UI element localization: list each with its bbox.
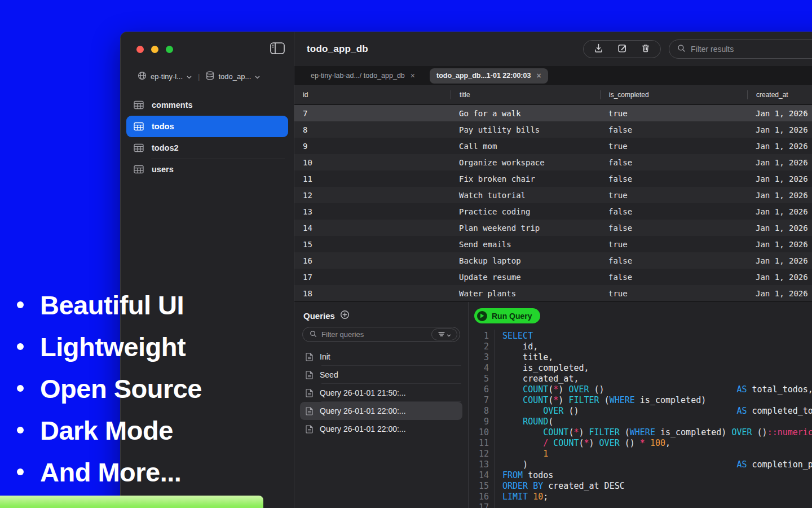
run-query-button[interactable]: Run Query [474, 308, 540, 323]
token: * [553, 384, 558, 395]
queries-title: Queries [303, 311, 335, 321]
token: AS [736, 384, 747, 395]
code-line [502, 502, 812, 508]
bullet-text: Lightweight [40, 331, 186, 362]
query-name: Init [320, 352, 330, 361]
tab-0[interactable]: ep-tiny-lab-ad.../ todo_app_db× [304, 68, 422, 84]
token: * [553, 395, 558, 405]
token: id, [502, 341, 538, 352]
table-row[interactable]: 12Watch tutorialtrueJan 1, 2026 [294, 187, 812, 203]
line-numbers: 1234567891011121314151617 [469, 330, 495, 508]
table-row[interactable]: 18Water plantstrueJan 1, 2026 [294, 285, 812, 301]
token: ) [558, 395, 568, 405]
minimize-window-button[interactable] [151, 46, 158, 53]
document-icon [306, 371, 313, 379]
close-window-button[interactable] [136, 46, 144, 53]
token: 10 [533, 492, 543, 502]
sidebar-item-users[interactable]: users [126, 159, 288, 180]
cell-title: Go for a walk [451, 109, 600, 118]
token: 1 [543, 449, 548, 459]
sql-code-area[interactable]: 1234567891011121314151617 SELECT id, tit… [469, 330, 812, 508]
table-icon [134, 143, 144, 152]
table-row[interactable]: 17Update resumefalseJan 1, 2026 [294, 269, 812, 285]
cell-title: Plan weekend trip [451, 224, 600, 233]
table-name: users [152, 165, 174, 174]
token [502, 438, 543, 448]
cell-id: 9 [294, 142, 451, 151]
column-header-is_completed[interactable]: is_completed [600, 90, 747, 99]
token: ::numeric [767, 427, 812, 437]
table-row[interactable]: 11Fix broken chairfalseJan 1, 2026 [294, 170, 812, 187]
table-row[interactable]: 9Call momtrueJan 1, 2026 [294, 138, 812, 154]
column-header-id[interactable]: id [294, 90, 451, 99]
toggle-sidebar-button[interactable] [270, 42, 285, 56]
query-sort-button[interactable] [431, 329, 457, 340]
table-row[interactable]: 10Organize workspacefalseJan 1, 2026 [294, 154, 812, 170]
token: title, [502, 352, 553, 362]
cell-is_completed: true [600, 109, 747, 118]
close-tab-icon[interactable]: × [411, 72, 415, 80]
window-controls [121, 32, 294, 66]
column-header-title[interactable]: title [451, 90, 600, 99]
sidebar-item-comments[interactable]: comments [126, 94, 288, 116]
filter-results-input[interactable] [691, 45, 804, 54]
feature-bullets: Beautiful UILightweightOpen SourceDark M… [17, 284, 202, 493]
filter-queries-input[interactable] [321, 330, 427, 339]
table-row[interactable]: 15Send emailstrueJan 1, 2026 [294, 236, 812, 252]
token: () [620, 438, 640, 448]
query-name: Query 26-01-01 22:00:... [320, 406, 406, 415]
edit-row-button[interactable] [611, 41, 633, 58]
token: FILTER [568, 395, 599, 405]
token: ( [599, 395, 610, 405]
table-row[interactable]: 13Practice codingfalseJan 1, 2026 [294, 203, 812, 220]
table-icon [134, 100, 144, 110]
delete-row-button[interactable] [634, 41, 657, 58]
table-row[interactable]: 14Plan weekend tripfalseJan 1, 2026 [294, 220, 812, 236]
table-row[interactable]: 7Go for a walktrueJan 1, 2026 [294, 105, 812, 121]
line-number: 7 [469, 395, 489, 406]
tab-bar: ep-tiny-lab-ad.../ todo_app_db×todo_app_… [294, 66, 812, 85]
token: ( [548, 395, 553, 405]
bullet-dot [17, 385, 24, 392]
column-header-created_at[interactable]: created_at [747, 90, 812, 99]
query-item[interactable]: Query 26-01-01 22:00:... [300, 420, 462, 438]
query-item[interactable]: Seed [300, 366, 462, 384]
token: / [543, 438, 548, 448]
grid-header: idtitleis_completedcreated_at [294, 85, 812, 105]
table-row[interactable]: 8Pay utility billsfalseJan 1, 2026 [294, 121, 812, 138]
cell-id: 10 [294, 158, 451, 167]
line-number: 6 [469, 384, 489, 395]
close-tab-icon[interactable]: × [536, 72, 541, 80]
query-item[interactable]: Init [300, 348, 462, 366]
cell-title: Backup laptop [451, 256, 600, 265]
chevron-down-icon [187, 72, 192, 81]
query-item[interactable]: Query 26-01-01 21:50:... [300, 384, 462, 402]
table-row[interactable]: 16Backup laptopfalseJan 1, 2026 [294, 252, 812, 269]
token: ( [548, 384, 553, 395]
cell-created_at: Jan 1, 2026 [747, 109, 812, 118]
tab-1[interactable]: todo_app_db...1-01 22:00:03× [430, 68, 548, 84]
sidebar-item-todos2[interactable]: todos2 [126, 137, 288, 159]
code-line: SELECT [502, 331, 812, 341]
document-icon [306, 353, 313, 361]
cell-created_at: Jan 1, 2026 [747, 273, 812, 282]
token: () [752, 427, 767, 437]
zoom-window-button[interactable] [166, 46, 173, 53]
editor-toolbar: Run Query [469, 302, 812, 330]
token: () [589, 384, 604, 395]
query-name: Query 26-01-01 22:00:... [320, 424, 406, 433]
line-number: 1 [469, 331, 489, 341]
database-selector[interactable]: todo_ap... [218, 72, 251, 81]
token: ( [579, 438, 584, 448]
add-query-button[interactable] [340, 310, 350, 321]
sidebar-item-todos[interactable]: todos [126, 116, 288, 137]
code-line: OVER () AS completed_todos, [502, 406, 812, 417]
cell-is_completed: false [600, 273, 747, 282]
export-button[interactable] [587, 41, 610, 58]
code-line: LIMIT 10; [502, 492, 812, 502]
cell-created_at: Jan 1, 2026 [747, 207, 812, 216]
table-icon [134, 165, 144, 174]
token [502, 395, 523, 405]
query-item[interactable]: Query 26-01-01 22:00:... [300, 402, 462, 420]
server-selector[interactable]: ep-tiny-l... [151, 72, 183, 81]
